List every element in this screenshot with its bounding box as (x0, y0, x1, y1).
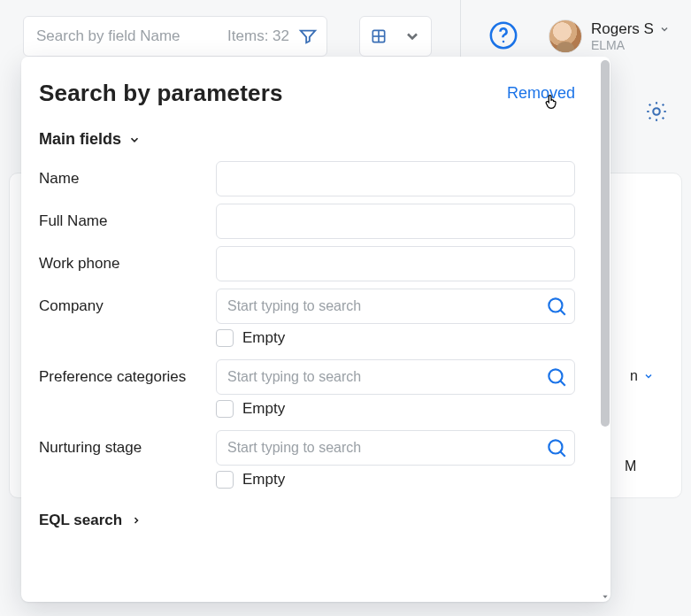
search-icon[interactable] (545, 366, 568, 389)
input-name[interactable] (216, 161, 575, 196)
svg-point-4 (503, 41, 505, 43)
svg-point-8 (549, 369, 562, 382)
input-fullname[interactable] (216, 204, 575, 239)
items-count: Items: 32 (227, 27, 289, 45)
settings-button[interactable] (644, 99, 669, 124)
chevron-right-icon (131, 515, 142, 526)
topbar: Items: 32 Rogers S ELMA (0, 16, 691, 57)
chevron-down-icon (659, 24, 670, 35)
checkbox-company-empty[interactable] (216, 329, 234, 347)
view-switcher-button[interactable] (359, 16, 432, 57)
scroll-thumb[interactable] (601, 60, 610, 427)
search-icon[interactable] (545, 295, 568, 318)
checkbox-label: Empty (242, 329, 285, 347)
search-input[interactable] (36, 27, 227, 45)
svg-point-5 (653, 108, 659, 114)
user-name: Rogers S (591, 20, 654, 38)
bg-fragment: n (630, 368, 654, 384)
bg-fragment: M (625, 458, 636, 474)
gear-icon (644, 99, 669, 124)
checkbox-nurturing-empty[interactable] (216, 471, 234, 489)
avatar (549, 19, 582, 53)
label-preference-categories: Preference categories (39, 359, 203, 386)
chevron-down-icon (128, 134, 141, 146)
label-name: Name (39, 161, 203, 188)
chevron-down-icon (403, 27, 421, 45)
vertical-divider (460, 0, 461, 62)
svg-line-7 (561, 311, 565, 315)
removed-link[interactable]: Removed (507, 84, 575, 103)
panel-content: Search by parameters Removed Main fields… (21, 57, 600, 602)
search-parameters-panel: Search by parameters Removed Main fields… (21, 57, 610, 602)
input-preference-categories[interactable] (216, 359, 575, 395)
input-nurturing-stage[interactable] (216, 430, 575, 466)
user-org: ELMA (591, 38, 670, 52)
label-company: Company (39, 289, 203, 315)
user-meta: Rogers S ELMA (591, 20, 670, 52)
svg-point-10 (549, 440, 562, 453)
label-nurturing-stage: Nurturing stage (39, 430, 203, 457)
panel-scrollbar[interactable] (600, 57, 610, 602)
checkbox-label: Empty (242, 400, 285, 418)
input-workphone[interactable] (216, 246, 575, 281)
svg-line-11 (561, 452, 565, 457)
eql-label: EQL search (39, 512, 122, 529)
user-menu[interactable]: Rogers S ELMA (549, 19, 670, 53)
eql-search-toggle[interactable]: EQL search (39, 512, 575, 529)
section-label: Main fields (39, 130, 121, 149)
help-button[interactable] (488, 20, 518, 50)
filter-icon[interactable] (298, 27, 318, 46)
search-icon[interactable] (545, 436, 568, 459)
help-icon (488, 20, 518, 50)
scroll-down-icon[interactable] (600, 591, 610, 602)
checkbox-prefcat-empty[interactable] (216, 400, 234, 418)
label-workphone: Work phone (39, 246, 203, 273)
chevron-down-icon (643, 371, 654, 381)
checkbox-label: Empty (242, 471, 285, 489)
section-main-fields[interactable]: Main fields (39, 130, 575, 149)
svg-line-9 (561, 381, 565, 386)
label-fullname: Full Name (39, 204, 203, 230)
search-field[interactable]: Items: 32 (23, 16, 327, 57)
svg-point-6 (549, 298, 562, 312)
panel-title: Search by parameters (39, 80, 283, 107)
grid-icon (370, 27, 388, 45)
input-company[interactable] (216, 289, 575, 324)
svg-marker-13 (603, 596, 607, 598)
